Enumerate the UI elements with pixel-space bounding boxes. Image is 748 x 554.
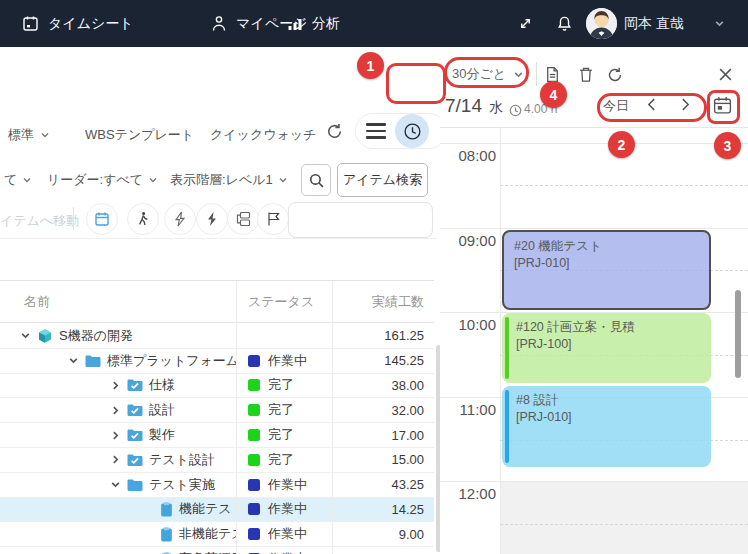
- flow-icon-button[interactable]: [227, 203, 259, 235]
- refresh-button[interactable]: [325, 122, 344, 141]
- status-dot: [248, 355, 260, 367]
- table-row[interactable]: 非機能テスト 作業中 9.00: [0, 522, 434, 547]
- expand-icon: [517, 15, 534, 32]
- move-to-item-label: イテムへ移動: [0, 212, 79, 230]
- expand-button[interactable]: [517, 0, 534, 47]
- next-day-button[interactable]: [679, 97, 692, 112]
- task-icon: [160, 502, 173, 517]
- date-picker-button[interactable]: [712, 95, 733, 116]
- half-hour-line: [500, 524, 748, 525]
- chevron-right-icon[interactable]: [110, 430, 121, 441]
- event-project: [PRJ-010]: [514, 255, 699, 272]
- user-name[interactable]: 岡本 直哉: [624, 0, 684, 47]
- row-name: 標準プラットフォーム: [107, 352, 237, 370]
- row-name: 機能テスト: [179, 500, 237, 518]
- lunch-break-shading: [501, 481, 748, 554]
- flag-icon-button[interactable]: [257, 203, 289, 235]
- today-button[interactable]: 今日: [603, 97, 629, 115]
- row-hours: 3.00: [333, 547, 434, 554]
- table-row[interactable]: S機器の開発 161.25: [0, 324, 434, 349]
- chevron-left-icon: [645, 97, 658, 112]
- table-row[interactable]: 設計 完了 32.00: [0, 398, 434, 423]
- column-header-status[interactable]: ステータス: [237, 281, 333, 322]
- time-label: 12:00: [440, 485, 496, 502]
- date-label: 7/14: [445, 95, 482, 117]
- top-nav: タイムシート マイページ 分析: [0, 0, 748, 47]
- folder-check-icon: [127, 378, 143, 392]
- nav-item-timesheet[interactable]: タイムシート: [22, 0, 134, 47]
- delete-button[interactable]: [578, 66, 594, 83]
- chevron-down-icon[interactable]: [110, 479, 121, 490]
- refresh-button[interactable]: [606, 66, 624, 84]
- status-label: 作業中: [268, 525, 307, 543]
- calendar-event-selected[interactable]: #20 機能テスト [PRJ-010]: [502, 230, 711, 310]
- status-label: 完了: [268, 376, 294, 394]
- folder-icon: [85, 354, 101, 368]
- chevron-down-icon[interactable]: [68, 355, 79, 366]
- chevron-right-icon: [679, 97, 692, 112]
- search-icon: [308, 172, 325, 189]
- row-hours: 15.00: [333, 448, 434, 472]
- divider: [0, 238, 437, 239]
- filter-dropdown-truncated[interactable]: て: [4, 171, 32, 189]
- calendar-event[interactable]: #8 設計 [PRJ-010]: [502, 386, 711, 467]
- memo-button[interactable]: [545, 66, 560, 83]
- clock-view-button[interactable]: [395, 114, 429, 148]
- quick-watch-button[interactable]: クイックウォッチ: [210, 126, 316, 144]
- table-row[interactable]: テスト実施 作業中 43.25: [0, 473, 434, 498]
- status-label: 完了: [268, 401, 294, 419]
- column-header-hours[interactable]: 実績工数: [333, 281, 434, 322]
- status-label: 作業中: [268, 476, 307, 494]
- table-header: 名前 ステータス 実績工数: [0, 280, 434, 323]
- prev-day-button[interactable]: [645, 97, 658, 112]
- wbs-template-button[interactable]: WBSテンプレート: [85, 126, 194, 144]
- table-row[interactable]: 仕様 完了 38.00: [0, 374, 434, 399]
- time-gutter-divider: [500, 127, 501, 554]
- notifications-button[interactable]: [556, 0, 573, 47]
- search-button[interactable]: [301, 164, 331, 196]
- calendar-event[interactable]: #120 計画立案・見積 [PRJ-100]: [502, 313, 711, 383]
- calendar-scrollbar-thumb[interactable]: [735, 290, 741, 378]
- row-hours: 14.25: [333, 498, 434, 522]
- interval-dropdown[interactable]: 30分ごと: [452, 65, 524, 83]
- column-header-name[interactable]: 名前: [0, 281, 237, 322]
- bolt-filled-icon: [205, 211, 219, 227]
- row-name: 設計: [149, 401, 175, 419]
- row-name: 仕様: [149, 376, 175, 394]
- assignee-icon-button[interactable]: [127, 203, 159, 235]
- bolt-filled-icon-button[interactable]: [196, 203, 228, 235]
- table-row[interactable]: 標準プラットフォーム 作業中 145.25: [0, 349, 434, 374]
- item-search-button[interactable]: アイテム検索: [337, 163, 428, 197]
- nav-label: 分析: [312, 15, 340, 33]
- nav-item-analytics[interactable]: 分析: [287, 0, 340, 47]
- flow-icon: [235, 211, 251, 227]
- chevron-right-icon[interactable]: [110, 454, 121, 465]
- row-hours: 38.00: [333, 374, 434, 398]
- hierarchy-filter-dropdown[interactable]: 表示階層:レベル1: [170, 171, 288, 189]
- chevron-down-icon: [278, 175, 288, 185]
- folder-check-icon: [127, 428, 143, 442]
- user-avatar[interactable]: [586, 8, 617, 39]
- list-view-button[interactable]: [366, 123, 386, 138]
- time-label: 09:00: [440, 232, 496, 249]
- user-menu-chevron-icon[interactable]: [714, 0, 725, 47]
- row-hours: 9.00: [333, 522, 434, 546]
- close-button[interactable]: [718, 67, 733, 82]
- status-label: 作業中: [268, 500, 307, 518]
- status-label: 完了: [268, 451, 294, 469]
- chevron-down-icon: [513, 69, 524, 80]
- preset-dropdown[interactable]: 標準: [8, 126, 50, 144]
- divider: [73, 207, 74, 230]
- table-row[interactable]: 高負荷運用テスト 作業中 3.00: [0, 547, 434, 554]
- bell-icon: [556, 15, 573, 33]
- bolt-outline-icon-button[interactable]: [164, 203, 196, 235]
- item-filter-input[interactable]: [288, 202, 433, 238]
- schedule-icon-button[interactable]: [86, 203, 118, 235]
- chevron-down-icon[interactable]: [20, 330, 31, 341]
- table-row-selected[interactable]: 機能テスト 作業中 14.25: [0, 498, 434, 523]
- leader-filter-dropdown[interactable]: リーダー:すべて: [47, 171, 158, 189]
- chevron-right-icon[interactable]: [110, 405, 121, 416]
- table-row[interactable]: テスト設計 完了 15.00: [0, 448, 434, 473]
- table-row[interactable]: 製作 完了 17.00: [0, 423, 434, 448]
- chevron-right-icon[interactable]: [110, 380, 121, 391]
